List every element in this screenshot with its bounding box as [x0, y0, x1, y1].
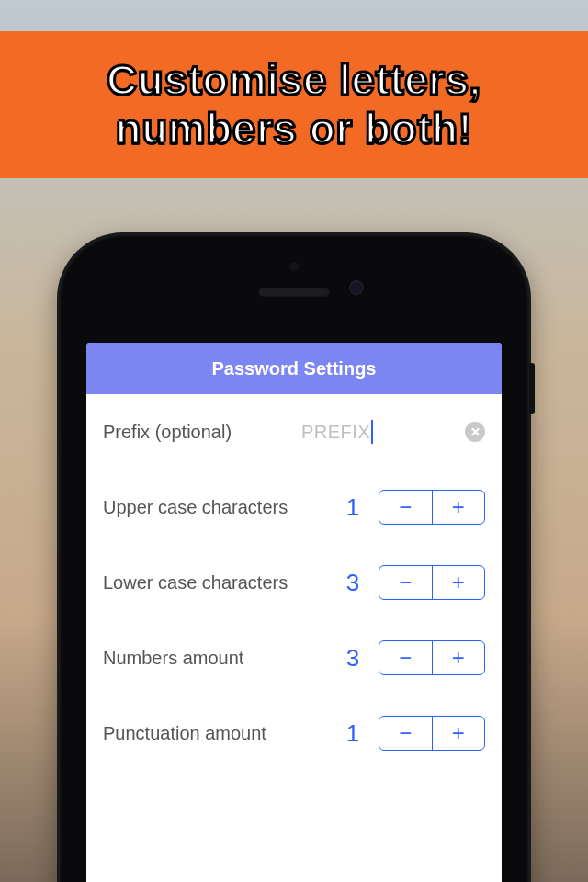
clear-icon[interactable] — [465, 422, 485, 442]
numbers-label: Numbers amount — [103, 648, 334, 669]
lowercase-plus-button[interactable]: + — [433, 566, 485, 599]
prefix-label: Prefix (optional) — [103, 422, 301, 443]
uppercase-stepper: − + — [379, 490, 485, 525]
lowercase-value: 3 — [334, 569, 371, 597]
phone-frame: Password Settings Prefix (optional) PREF… — [59, 234, 529, 882]
punctuation-plus-button[interactable]: + — [433, 717, 485, 750]
lowercase-minus-button[interactable]: − — [379, 566, 433, 599]
numbers-plus-button[interactable]: + — [433, 641, 485, 674]
prefix-input[interactable]: PREFIX — [301, 416, 485, 447]
phone-camera — [349, 280, 364, 295]
settings-list: Prefix (optional) PREFIX Upper case char… — [86, 394, 502, 771]
numbers-stepper: − + — [379, 640, 485, 675]
numbers-row: Numbers amount 3 − + — [103, 620, 485, 695]
numbers-value: 3 — [334, 644, 371, 673]
screen-title: Password Settings — [212, 358, 377, 379]
punctuation-row: Punctuation amount 1 − + — [103, 695, 485, 771]
punctuation-label: Punctuation amount — [103, 723, 334, 744]
promo-text: Customise letters,numbers or both! — [107, 56, 481, 153]
uppercase-row: Upper case characters 1 − + — [103, 469, 485, 545]
uppercase-plus-button[interactable]: + — [433, 491, 485, 524]
lowercase-label: Lower case characters — [103, 572, 334, 594]
uppercase-minus-button[interactable]: − — [379, 491, 433, 524]
phone-screen: Password Settings Prefix (optional) PREF… — [86, 343, 502, 882]
text-caret — [371, 420, 373, 444]
promo-banner: Customise letters,numbers or both! — [0, 31, 588, 178]
uppercase-value: 1 — [334, 493, 371, 522]
proximity-sensor — [289, 262, 299, 271]
punctuation-minus-button[interactable]: − — [379, 717, 433, 750]
numbers-minus-button[interactable]: − — [379, 641, 433, 674]
uppercase-label: Upper case characters — [103, 497, 334, 518]
lowercase-row: Lower case characters 3 − + — [103, 545, 485, 620]
prefix-value: PREFIX — [301, 422, 370, 443]
lowercase-stepper: − + — [379, 565, 485, 600]
punctuation-stepper: − + — [379, 716, 485, 751]
app-store-screenshot: Customise letters,numbers or both! Passw… — [0, 0, 588, 882]
prefix-row: Prefix (optional) PREFIX — [103, 394, 485, 469]
punctuation-value: 1 — [334, 719, 371, 748]
screen-title-bar: Password Settings — [86, 343, 502, 394]
phone-earpiece — [258, 288, 330, 297]
